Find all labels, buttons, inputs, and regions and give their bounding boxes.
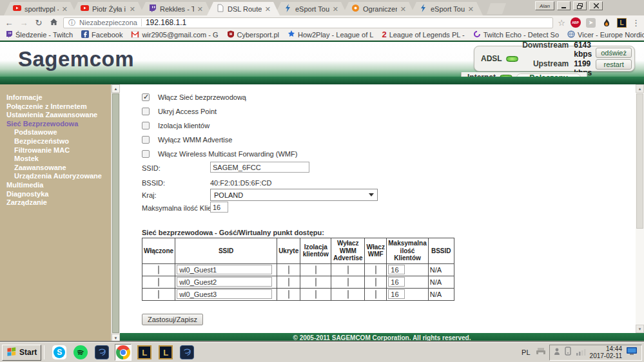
sidebar-item-zarzadzanie[interactable]: Zarządzanie [0, 198, 111, 207]
tab-twitch[interactable]: Rekkles - Twitch ✕ [139, 2, 212, 15]
tab-youtube-1[interactable]: sporttvppl - YouTube ✕ [4, 2, 77, 15]
curse-icon[interactable] [93, 344, 110, 361]
bookmark-cybersport[interactable]: Cybersport.pl [227, 30, 279, 39]
country-select[interactable]: POLAND [210, 189, 378, 201]
sidebar-scrollbar[interactable]: ▲ ▼ [111, 84, 120, 342]
guest1-max-clients-input[interactable] [388, 265, 405, 274]
bookmark-facebook[interactable]: Facebook [81, 30, 122, 39]
tab-youtube-2[interactable]: Piotr Żyła i tajemnica ✕ [72, 2, 144, 15]
gray-arrow-extension-icon[interactable]: ➤ [585, 17, 596, 28]
guest2-wmf-checkbox[interactable] [375, 278, 376, 287]
spotify-icon[interactable] [72, 344, 89, 361]
guest1-isolation-checkbox[interactable] [315, 265, 317, 274]
tab-close-icon[interactable]: ✕ [197, 6, 203, 12]
taskbar-clock[interactable]: 14:44 2017-02-11 [590, 345, 622, 359]
adblock-extension-icon[interactable]: ABP [570, 17, 581, 28]
tab-close-icon[interactable]: ✕ [400, 6, 406, 12]
bookmark-twitch-echo[interactable]: Twitch Echo - Detect So [473, 30, 559, 39]
tab-close-icon[interactable]: ✕ [468, 6, 474, 12]
guest3-ssid-input[interactable] [177, 289, 272, 299]
guest2-enabled-checkbox[interactable] [158, 278, 159, 287]
content-scrollbar[interactable]: ▲ ▼ [636, 84, 644, 333]
tab-close-icon[interactable]: ✕ [62, 6, 68, 12]
guest3-isolation-checkbox[interactable] [315, 290, 317, 299]
minimize-button[interactable] [557, 1, 571, 10]
guest3-enabled-checkbox[interactable] [158, 290, 159, 299]
tab-close-icon[interactable]: ✕ [265, 6, 271, 12]
guest1-hidden-checkbox[interactable] [288, 265, 289, 274]
close-button[interactable] [589, 1, 603, 10]
curse-icon-2[interactable] [179, 344, 195, 361]
guest3-wmf-checkbox[interactable] [375, 290, 376, 299]
lol-extension-icon[interactable]: L [616, 17, 627, 28]
skype-icon[interactable]: S [51, 344, 68, 361]
client-isolation-checkbox[interactable] [142, 122, 150, 129]
forward-icon[interactable]: → [19, 18, 29, 28]
apply-save-button[interactable]: Zastosuj/Zapisz [142, 314, 203, 325]
sidebar-item-podstawowe[interactable]: Podstawowe [0, 128, 111, 137]
printer-icon[interactable] [536, 347, 546, 358]
guest3-wmm-checkbox[interactable] [347, 290, 349, 299]
sidebar-item-mostek[interactable]: Mostek [0, 155, 111, 164]
refresh-button[interactable]: odśwież [596, 48, 632, 58]
guest2-ssid-input[interactable] [177, 277, 272, 287]
disable-wmm-checkbox[interactable] [142, 136, 150, 144]
language-indicator[interactable]: PL [520, 348, 532, 356]
sidebar-item-ustawienia[interactable]: Ustawienia Zaawansowane [0, 111, 111, 120]
max-clients-input[interactable] [210, 202, 228, 213]
chrome-menu-icon[interactable]: ⋮ [632, 18, 640, 28]
tab-ograniczenie[interactable]: Ograniczenie internet ✕ [342, 2, 415, 15]
address-bar[interactable]: ⓘ Niezabezpieczona 192.168.1.1 [63, 17, 553, 28]
url-text[interactable]: 192.168.1.1 [146, 18, 186, 27]
guest1-enabled-checkbox[interactable] [158, 265, 159, 274]
guest2-wmm-checkbox[interactable] [347, 278, 349, 287]
tab-esport-2[interactable]: eSport Tournaments F ✕ [410, 2, 483, 15]
tab-close-icon[interactable]: ✕ [130, 6, 135, 12]
start-button[interactable]: Start [2, 345, 41, 361]
lol-icon[interactable]: L [136, 344, 153, 361]
scroll-up-icon[interactable]: ▲ [636, 84, 644, 93]
guest1-wmm-checkbox[interactable] [347, 265, 349, 274]
tab-close-icon[interactable]: ✕ [333, 6, 338, 12]
bookmark-gmail[interactable]: wir2905@gmail.com - G [131, 31, 218, 39]
reload-icon[interactable]: ↻ [34, 18, 44, 28]
sidebar-item-multimedia[interactable]: Multimedia [0, 181, 111, 190]
scrollbar-thumb[interactable] [112, 93, 119, 333]
sidebar-item-siec-bezprzewodowa[interactable]: Sieć Bezprzewodowa [0, 120, 111, 129]
guest2-isolation-checkbox[interactable] [315, 278, 317, 287]
bookmark-lol-pl[interactable]: 2 League of Legends PL - [382, 31, 464, 39]
security-label[interactable]: Niezabezpieczona [79, 19, 137, 26]
bookmark-how2play[interactable]: How2Play - League of L [288, 30, 373, 39]
guest2-hidden-checkbox[interactable] [288, 278, 289, 287]
device-tray-icon[interactable] [564, 347, 572, 358]
scroll-down-icon[interactable]: ▼ [112, 334, 120, 342]
signal-strength-icon[interactable] [576, 347, 586, 358]
sidebar-item-diagnostyka[interactable]: Diagnostyka [0, 190, 111, 199]
sidebar-item-zaawansowane[interactable]: Zaawansowane [0, 164, 111, 173]
guest3-max-clients-input[interactable] [388, 289, 405, 299]
bookmark-twitch[interactable]: Śledzenie - Twitch [5, 30, 73, 39]
tab-esport-1[interactable]: eSport Tournaments F ✕ [275, 2, 347, 15]
home-icon[interactable] [48, 18, 59, 28]
profile-button[interactable]: Alan [535, 1, 554, 10]
restore-button[interactable] [573, 1, 587, 10]
lol-icon-2[interactable]: L [157, 344, 174, 361]
new-tab-button[interactable] [487, 3, 506, 14]
sidebar-item-urzadzenia[interactable]: Urządzenia Autoryzowane [0, 172, 111, 181]
person-tray-icon[interactable] [554, 347, 560, 358]
chrome-icon[interactable] [115, 344, 132, 361]
sidebar-item-filtrowanie-mac[interactable]: Filtrowanie MAC [0, 146, 111, 155]
guest3-hidden-checkbox[interactable] [288, 290, 289, 299]
enable-wireless-checkbox[interactable] [142, 93, 150, 101]
guest1-wmf-checkbox[interactable] [375, 265, 376, 274]
enable-wmf-checkbox[interactable] [142, 150, 150, 158]
sidebar-item-bezpieczenstwo[interactable]: Bezpieczeństwo [0, 137, 111, 146]
back-icon[interactable]: ← [4, 18, 14, 28]
guest1-ssid-input[interactable] [177, 265, 272, 274]
scroll-down-icon[interactable]: ▼ [636, 325, 644, 333]
bookmark-star-icon[interactable]: ☆ [558, 18, 565, 28]
sidebar-item-informacje[interactable]: Informacje [0, 93, 111, 102]
bookmark-vicer[interactable]: Vicer - Europe Nordic & [567, 30, 644, 39]
flame-extension-icon[interactable] [601, 17, 612, 28]
tab-dsl-router-active[interactable]: DSL Router ✕ [207, 2, 280, 15]
